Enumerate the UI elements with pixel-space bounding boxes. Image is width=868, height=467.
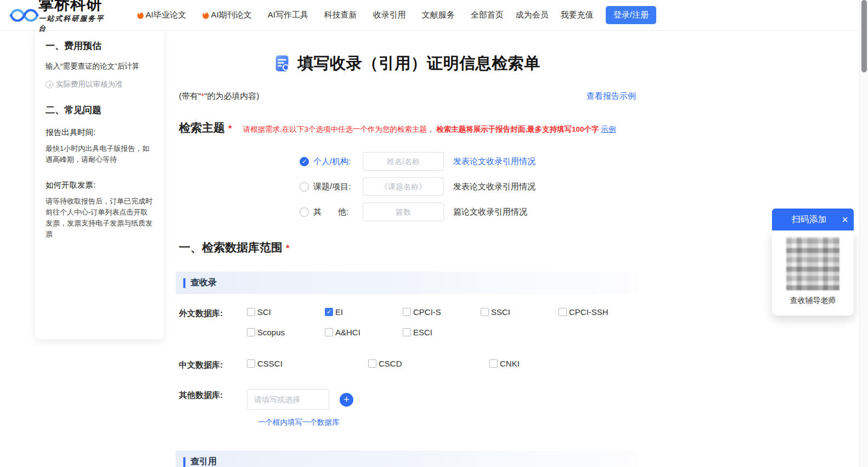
nav-item-tech-novelty[interactable]: 科技查新 xyxy=(324,10,357,20)
paper-count-input[interactable] xyxy=(363,202,444,221)
form-main-content: 填写收录（引用）证明信息检索单 (带有"*"的为必填内容) 查看报告示例 检索主… xyxy=(176,31,639,467)
view-report-sample-link[interactable]: 查看报告示例 xyxy=(587,91,636,102)
checkbox xyxy=(403,328,411,336)
qr-float-panel: 扫码添加 × 查收辅导老师 xyxy=(772,209,854,316)
close-icon[interactable]: × xyxy=(842,214,848,225)
option-label: 其 他: xyxy=(313,207,358,217)
nav-item-citation-index[interactable]: 收录引用 xyxy=(373,10,406,20)
qr-panel-body: 查收辅导老师 xyxy=(772,230,854,316)
check-citation-banner: 查引用 xyxy=(176,451,637,467)
checkbox xyxy=(325,328,333,336)
required-asterisk: * xyxy=(228,123,232,134)
cost-note-text: 实际费用以审核为准 xyxy=(56,80,123,89)
checkbox xyxy=(368,359,376,368)
checkbox-item-esci[interactable]: ESCI xyxy=(403,328,481,337)
nav-item-ai-writing-tools[interactable]: AI写作工具 xyxy=(268,10,308,20)
search-topic-row: 检索主题 * 请根据需求,在以下3个选项中任选一个作为您的检索主题， 检索主题将… xyxy=(176,120,639,136)
checkbox xyxy=(247,328,255,336)
link-become-member[interactable]: 成为会员 xyxy=(516,10,549,20)
checkbox xyxy=(403,308,411,316)
checkbox-item-cpci-s[interactable]: CPCI-S xyxy=(403,307,481,317)
brand-logo[interactable]: 掌桥科研 一站式科研服务平台 xyxy=(8,0,110,33)
faq1-title: 报告出具时间: xyxy=(46,127,153,138)
brand-name: 掌桥科研 xyxy=(38,0,110,12)
login-register-button[interactable]: 登录/注册 xyxy=(606,6,656,24)
required-note: (带有"*"的为必填内容) xyxy=(179,91,260,102)
infinity-logo-icon xyxy=(8,4,41,27)
checkbox-label: CSCD xyxy=(379,359,402,368)
nav-item-literature-service[interactable]: 文献服务 xyxy=(422,10,455,20)
checkbox-item-cssci[interactable]: CSSCI xyxy=(247,359,368,368)
other-database-row: 其他数据库: + 一个框内填写一个数据库 xyxy=(176,389,639,427)
foreign-db-label: 外文数据库: xyxy=(179,307,247,319)
required-note-row: (带有"*"的为必填内容) 查看报告示例 xyxy=(176,91,639,102)
option-label: 个人/机构: xyxy=(313,156,358,167)
checkbox-label: CNKI xyxy=(500,359,520,368)
checkbox-item-cpci-ssh[interactable]: CPCI-SSH xyxy=(559,307,636,317)
radio-project[interactable] xyxy=(300,182,309,192)
checkbox-item-scopus[interactable]: Scopus xyxy=(247,328,325,337)
qr-panel-header: 扫码添加 × xyxy=(772,209,854,230)
brand-tagline: 一站式科研服务平台 xyxy=(38,14,110,33)
option-other: 其 他: 篇论文收录引用情况 xyxy=(300,202,639,221)
nav-label: 全部 xyxy=(471,10,487,20)
checkbox xyxy=(489,359,498,368)
option-suffix-link[interactable]: 发表论文收录引用情况 xyxy=(453,156,536,167)
document-search-icon xyxy=(274,55,291,73)
nav-label: AI毕业论文 xyxy=(145,10,186,20)
option-project: 课题/项目: 发表论文收录引用情况 xyxy=(300,177,639,196)
cost-estimate-line: 输入“需要查证的论文”后计算 xyxy=(46,61,153,72)
chinese-db-checkbox-grid: CSSCI CSCD CNKI xyxy=(247,359,611,368)
checkbox xyxy=(247,308,255,316)
required-asterisk: * xyxy=(286,243,290,254)
page-scrollbar[interactable] xyxy=(859,0,868,467)
flame-icon xyxy=(137,11,144,20)
banner-title: 查引用 xyxy=(190,456,217,467)
nav-item-ai-thesis[interactable]: AI毕业论文 xyxy=(137,10,186,20)
other-database-input[interactable] xyxy=(247,389,329,410)
check-inclusion-banner: 查收录 xyxy=(176,272,637,294)
nav-label: 科技查新 xyxy=(324,10,357,20)
checkbox-item-cscd[interactable]: CSCD xyxy=(368,359,489,368)
banner-title: 查收录 xyxy=(190,277,217,289)
scrollbar-thumb[interactable] xyxy=(861,0,867,72)
info-icon: i xyxy=(46,81,53,88)
nav-label: AI期刊论文 xyxy=(211,10,251,20)
checkbox-item-ssci[interactable]: SSCI xyxy=(481,307,559,317)
personal-name-input[interactable] xyxy=(363,152,444,171)
top-navigation-bar: 掌桥科研 一站式科研服务平台 AI毕业论文 AI期刊论文 AI写作工具 科技查新… xyxy=(0,0,859,31)
faq-heading: 二、常见问题 xyxy=(46,104,153,116)
nav-item-ai-journal[interactable]: AI期刊论文 xyxy=(202,10,251,20)
checkbox-item-ei[interactable]: ✓EI xyxy=(325,307,403,317)
checkbox-label: ESCI xyxy=(413,328,432,337)
option-personal-institution: ✓ 个人/机构: 发表论文收录引用情况 xyxy=(300,152,639,171)
checkbox-item-cnki[interactable]: CNKI xyxy=(489,359,611,368)
topic-example-link[interactable]: 示例 xyxy=(601,125,616,134)
checkbox-item-sci[interactable]: SCI xyxy=(247,307,325,317)
link-recharge[interactable]: 我要充值 xyxy=(561,10,594,20)
link-home[interactable]: 首页 xyxy=(487,10,504,20)
left-info-card: 一、费用预估 输入“需要查证的论文”后计算 i 实际费用以审核为准 二、常见问题… xyxy=(34,31,165,340)
nav-label: AI写作工具 xyxy=(268,10,308,20)
main-nav: AI毕业论文 AI期刊论文 AI写作工具 科技查新 收录引用 文献服务 全部 xyxy=(137,10,487,20)
project-name-input[interactable] xyxy=(363,177,444,196)
form-title-row: 填写收录（引用）证明信息检索单 xyxy=(176,53,639,75)
checkbox-label: EI xyxy=(335,307,343,317)
option-suffix: 发表论文收录引用情况 xyxy=(453,182,536,192)
radio-personal-institution[interactable]: ✓ xyxy=(300,157,309,166)
faq2-body: 请等待收取报告后，订单已完成时前往个人中心-订单列表点击开取发票，发票支持电子发… xyxy=(46,196,153,240)
checkbox-label: CPCI-SSH xyxy=(569,307,608,317)
radio-other[interactable] xyxy=(300,207,309,217)
section-title: 一、检索数据库范围 xyxy=(179,240,283,255)
nav-item-all[interactable]: 全部 xyxy=(471,10,487,20)
foreign-db-checkbox-grid: SCI ✓EI CPCI-S SSCI CPCI-SSH Scopus A&HC… xyxy=(247,307,636,337)
top-right-links: 首页 成为会员 我要充值 登录/注册 xyxy=(487,6,656,24)
banner-accent-bar xyxy=(183,278,185,288)
other-db-helper-link[interactable]: 一个框内填写一个数据库 xyxy=(258,418,353,427)
other-db-label: 其他数据库: xyxy=(179,389,247,401)
add-database-button[interactable]: + xyxy=(340,393,353,407)
checkbox-label: SSCI xyxy=(491,307,510,317)
faq1-body: 最快1小时内出具电子版报告，如遇高峰期，请耐心等待 xyxy=(46,143,153,165)
cost-estimate-heading: 一、费用预估 xyxy=(46,40,153,52)
checkbox-item-ahci[interactable]: A&HCI xyxy=(325,328,403,337)
